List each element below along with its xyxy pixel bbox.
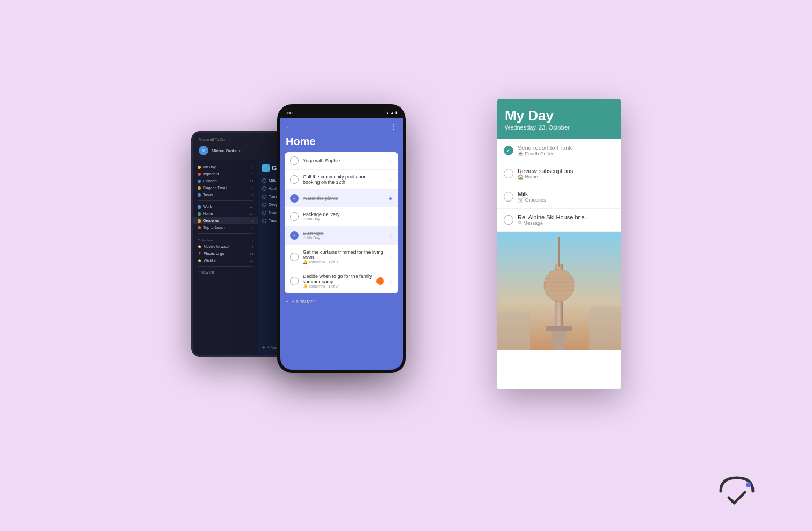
myday-sub-subscriptions: 🏠 Home	[518, 174, 614, 180]
phone-time: 9:41	[286, 111, 293, 115]
task-checkbox-package[interactable]	[290, 212, 299, 221]
sidebar-item-tasks[interactable]: Tasks 9	[193, 191, 258, 198]
back-button[interactable]: ←	[286, 123, 293, 131]
sidebar-item-groceries[interactable]: Groceries 5	[193, 217, 258, 224]
task-checkbox-yoga[interactable]	[290, 156, 299, 165]
task-checkbox-duct[interactable]: ✓	[290, 231, 299, 240]
task-sub-duct: ☆ My Day	[303, 236, 384, 240]
myday-item-subscriptions[interactable]: Review subscriptions 🏠 Home	[497, 162, 621, 185]
phone-device: 9:41 ▲ ▲ ▮ ← ⋮ Home Yoga with Sophie	[277, 104, 406, 373]
phone-task-water[interactable]: ✓ Water the plants ★	[285, 190, 398, 207]
star-curtains[interactable]: ☆	[388, 254, 393, 260]
svg-marker-11	[551, 328, 567, 350]
berlin-tower-svg	[497, 232, 621, 350]
svg-rect-12	[546, 326, 572, 331]
sidebar-label-planned: Planned	[203, 179, 217, 183]
task-name-duct: Duct tape	[303, 231, 384, 236]
sidebar-item-movies[interactable]: ⭐ Movies to watch 8	[193, 243, 258, 250]
myday-task-milk: Milk	[518, 191, 614, 197]
sidebar-label-tasks: Tasks	[203, 193, 213, 197]
collections-section: Collections ∨	[193, 236, 258, 243]
sidebar-item-important[interactable]: Important 5	[193, 170, 258, 177]
task-checkbox[interactable]	[262, 203, 266, 207]
myday-photo	[497, 232, 621, 350]
myday-date: Wednesday, 23. October	[505, 124, 613, 131]
svg-rect-1	[497, 312, 530, 350]
myday-checkbox-alpine[interactable]	[504, 215, 513, 225]
myday-header: My Day Wednesday, 23. October	[497, 99, 621, 139]
myday-checkbox-report[interactable]: ✓	[504, 146, 513, 155]
battery-icon: ▮	[395, 111, 397, 115]
more-button[interactable]: ⋮	[390, 123, 397, 131]
sidebar-label-important: Important	[203, 172, 219, 176]
phone-task-curtains[interactable]: Get the curtains trimmed for the living …	[285, 245, 398, 269]
sidebar-item-work[interactable]: Work 12	[193, 203, 258, 210]
phone-header: ← ⋮	[280, 118, 403, 135]
myday-panel: My Day Wednesday, 23. October ✓ Send rep…	[497, 99, 621, 389]
phone-add-task-button[interactable]: + + New task...	[280, 293, 403, 310]
task-checkbox[interactable]	[262, 211, 266, 215]
groceries-list-icon: 🛒	[262, 164, 270, 172]
plus-icon: +	[262, 345, 265, 350]
myday-checkbox-subscriptions[interactable]	[504, 169, 513, 178]
myday-items-list: ✓ Send report to Frank ☕ Fourth Coffee R…	[497, 139, 621, 232]
svg-rect-2	[589, 307, 621, 350]
myday-title: My Day	[505, 107, 613, 124]
phone-list-title: Home	[280, 135, 403, 152]
phone-task-pool[interactable]: Call the community pool about booking on…	[285, 170, 398, 190]
myday-sub-alpine: ✉ Message	[518, 220, 614, 226]
task-name-yoga: Yoga with Sophie	[303, 158, 384, 163]
sidebar-item-trip[interactable]: Trip to Japan 3	[193, 224, 258, 231]
phone-status-icons: ▲ ▲ ▮	[386, 111, 397, 115]
myday-item-report[interactable]: ✓ Send report to Frank ☕ Fourth Coffee	[497, 139, 621, 162]
phone-task-duct[interactable]: ✓ Duct tape ☆ My Day ☆	[285, 226, 398, 245]
task-name-water: Water the plants	[303, 196, 384, 201]
task-sub-package: ☆ My Day	[303, 217, 384, 221]
task-name-pool: Call the community pool about booking on…	[303, 174, 384, 185]
task-checkbox[interactable]	[262, 219, 266, 223]
task-checkbox-camp[interactable]	[290, 277, 299, 285]
phone-task-yoga[interactable]: Yoga with Sophie ☆	[285, 152, 398, 170]
signal-icon: ▲	[390, 111, 394, 115]
star-package[interactable]: ☆	[388, 214, 393, 220]
task-checkbox[interactable]	[262, 195, 266, 199]
task-checkbox[interactable]	[262, 186, 266, 191]
star-pool[interactable]: ☆	[388, 177, 393, 183]
sidebar-item-myday[interactable]: My Day 5	[193, 163, 258, 170]
new-list-button[interactable]: + New list	[193, 269, 258, 276]
sidebar-item-home[interactable]: Home 10	[193, 210, 258, 217]
plus-icon-phone: +	[286, 299, 288, 304]
star-camp[interactable]: ☆	[388, 278, 393, 284]
myday-item-alpine[interactable]: Re: Alpine Ski House brie... ✉ Message	[497, 209, 621, 232]
myday-task-alpine: Re: Alpine Ski House brie...	[518, 214, 614, 220]
sidebar-item-planned[interactable]: Planned 33	[193, 177, 258, 184]
phone-task-package[interactable]: Package delivery ☆ My Day ☆	[285, 207, 398, 226]
myday-task-subscriptions: Review subscriptions	[518, 168, 614, 174]
sidebar-item-flagged[interactable]: Flagged Email 5	[193, 184, 258, 191]
myday-task-report: Send report to Frank	[518, 145, 614, 151]
task-checkbox-water[interactable]: ✓	[290, 194, 299, 203]
star-water[interactable]: ★	[388, 196, 393, 202]
task-name-curtains: Get the curtains trimmed for the living …	[303, 249, 384, 260]
task-checkbox-curtains[interactable]	[290, 253, 299, 261]
svg-rect-10	[558, 237, 560, 267]
task-name-camp: Decide when to go for the family summer …	[303, 274, 372, 284]
star-duct[interactable]: ☆	[388, 233, 393, 239]
task-sub-curtains: 🔔 Tomorrow · 1 of 3	[303, 260, 384, 264]
myday-item-milk[interactable]: Milk 🛒 Groceries	[497, 185, 621, 209]
myday-sub-milk: 🛒 Groceries	[518, 197, 614, 203]
devices-container: Microsoft To-Do M Miriam Graham ⌕ My Day	[191, 99, 621, 432]
logo-container	[715, 475, 758, 510]
phone-task-list: Yoga with Sophie ☆ Call the community po…	[285, 152, 398, 293]
task-avatar-camp	[376, 277, 384, 285]
app-logo	[715, 475, 758, 507]
sidebar-item-wishlist[interactable]: ⭐ Wishlist 23	[193, 257, 258, 264]
task-checkbox[interactable]	[262, 178, 266, 183]
task-checkbox-pool[interactable]	[290, 175, 299, 184]
myday-checkbox-milk[interactable]	[504, 192, 513, 202]
sidebar-item-places[interactable]: 📍 Places to go 11	[193, 250, 258, 257]
wifi-icon: ▲	[386, 111, 389, 115]
star-yoga[interactable]: ☆	[388, 158, 393, 164]
phone-task-camp[interactable]: Decide when to go for the family summer …	[285, 269, 398, 293]
svg-point-13	[746, 482, 751, 487]
